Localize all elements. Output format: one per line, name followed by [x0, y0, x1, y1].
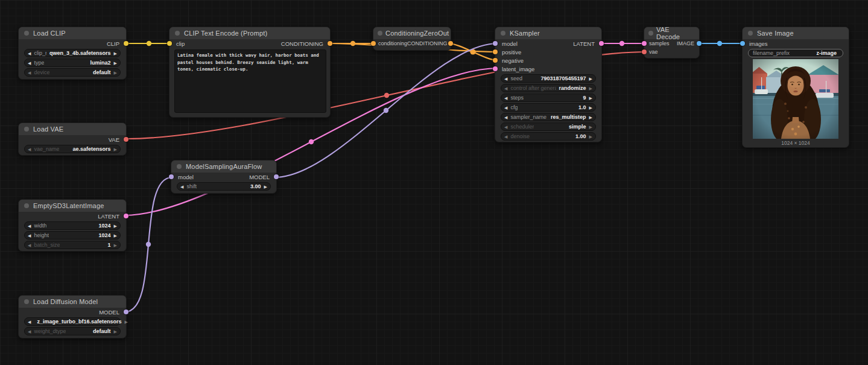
node-load-diffusion-model[interactable]: Load Diffusion Model MODEL ◀ … z_image_t… [18, 295, 127, 338]
node-title-bar[interactable]: Load CLIP [19, 27, 126, 39]
output-port-clip[interactable] [124, 41, 128, 46]
collapse-dot-icon[interactable] [24, 31, 29, 36]
widget-shift[interactable]: ◀ shift 3.00 ▶ [177, 182, 271, 191]
input-port-clip[interactable] [167, 41, 172, 46]
node-title-bar[interactable]: VAE Decode [644, 27, 699, 39]
increment-arrow-icon[interactable]: ▶ [124, 320, 127, 324]
widget-control-after-generate[interactable]: ◀ control after generate randomize ▶ [501, 84, 596, 92]
increment-arrow-icon[interactable]: ▶ [589, 77, 592, 81]
node-conditioning-zero-out[interactable]: ConditioningZeroOut conditioning CONDITI… [373, 27, 451, 51]
input-port-model[interactable] [169, 174, 174, 179]
node-title-bar[interactable]: KSampler [495, 27, 601, 39]
widget-model-name[interactable]: ◀ … z_image_turbo_bf16.safetensors ▶ [24, 317, 121, 326]
output-port-conditioning[interactable] [328, 41, 332, 46]
link-midpoint-dot[interactable] [146, 242, 151, 247]
input-port-negative[interactable] [493, 58, 498, 63]
link-midpoint-dot[interactable] [147, 41, 151, 46]
widget-cfg[interactable]: ◀ cfg 1.0 ▶ [501, 103, 596, 112]
increment-arrow-icon[interactable]: ▶ [114, 71, 117, 75]
output-port-vae[interactable] [124, 137, 128, 142]
increment-arrow-icon[interactable]: ▶ [264, 185, 267, 189]
node-title-bar[interactable]: EmptySD3LatentImage [19, 200, 126, 212]
decrement-arrow-icon[interactable]: ◀ [504, 125, 507, 129]
output-port-model[interactable] [124, 309, 128, 314]
prompt-textarea[interactable]: Latina female with thick wavy hair, harb… [174, 49, 326, 113]
decrement-arrow-icon[interactable]: ◀ [28, 71, 31, 75]
node-save-image[interactable]: Save Image images filename_prefix z-imag… [742, 27, 849, 148]
decrement-arrow-icon[interactable]: ◀ [504, 106, 507, 110]
widget-scheduler[interactable]: ◀ scheduler simple ▶ [501, 122, 596, 131]
decrement-arrow-icon[interactable]: ◀ [28, 329, 31, 334]
widget-vae-name[interactable]: ◀ vae_name ae.safetensors ▶ [24, 145, 121, 153]
increment-arrow-icon[interactable]: ▶ [114, 147, 117, 151]
output-port-conditioning[interactable] [448, 41, 453, 46]
increment-arrow-icon[interactable]: ▶ [589, 115, 592, 119]
node-title-bar[interactable]: Load Diffusion Model [19, 296, 126, 308]
increment-arrow-icon[interactable]: ▶ [114, 329, 117, 334]
collapse-dot-icon[interactable] [748, 31, 753, 36]
increment-arrow-icon[interactable]: ▶ [114, 51, 117, 56]
decrement-arrow-icon[interactable]: ◀ [28, 51, 31, 56]
increment-arrow-icon[interactable]: ▶ [589, 86, 592, 90]
link-midpoint-dot[interactable] [384, 93, 389, 98]
output-port-image[interactable] [697, 41, 702, 46]
node-title-bar[interactable]: Load VAE [19, 123, 126, 135]
collapse-dot-icon[interactable] [24, 127, 29, 132]
decrement-arrow-icon[interactable]: ◀ [504, 86, 507, 90]
increment-arrow-icon[interactable]: ▶ [114, 61, 117, 65]
input-port-positive[interactable] [493, 49, 498, 54]
node-load-clip[interactable]: Load CLIP CLIP ◀ clip_na … qwen_3_4b.saf… [18, 27, 127, 80]
decrement-arrow-icon[interactable]: ◀ [28, 233, 31, 238]
node-graph-canvas[interactable]: Load CLIP CLIP ◀ clip_na … qwen_3_4b.saf… [0, 0, 868, 365]
widget-clip-name[interactable]: ◀ clip_na … qwen_3_4b.safetensors ▶ [24, 49, 121, 57]
output-port-latent[interactable] [124, 214, 128, 218]
collapse-dot-icon[interactable] [175, 31, 180, 36]
widget-sampler-name[interactable]: ◀ sampler_name res_multistep ▶ [501, 113, 596, 121]
input-port-latent-image[interactable] [493, 66, 498, 71]
input-port-conditioning[interactable] [371, 41, 376, 46]
increment-arrow-icon[interactable]: ▶ [114, 233, 117, 238]
widget-type[interactable]: ◀ type lumina2 ▶ [24, 59, 121, 67]
widget-denoise[interactable]: ◀ denoise 1.00 ▶ [501, 132, 596, 141]
link-midpoint-dot[interactable] [384, 108, 388, 113]
node-title-bar[interactable]: CLIP Text Encode (Prompt) [169, 27, 330, 39]
node-title-bar[interactable]: Save Image [743, 27, 849, 39]
decrement-arrow-icon[interactable]: ◀ [28, 243, 31, 247]
widget-width[interactable]: ◀ width 1024 ▶ [24, 221, 121, 230]
increment-arrow-icon[interactable]: ▶ [114, 224, 117, 228]
input-port-images[interactable] [740, 41, 745, 46]
node-model-sampling-auraflow[interactable]: ModelSamplingAuraFlow model MODEL ◀ shif… [171, 160, 277, 194]
collapse-dot-icon[interactable] [501, 31, 505, 36]
decrement-arrow-icon[interactable]: ◀ [28, 320, 31, 324]
widget-filename-prefix[interactable]: filename_prefix z-image [748, 49, 843, 57]
decrement-arrow-icon[interactable]: ◀ [28, 224, 31, 228]
increment-arrow-icon[interactable]: ▶ [589, 96, 592, 100]
decrement-arrow-icon[interactable]: ◀ [28, 61, 31, 65]
decrement-arrow-icon[interactable]: ◀ [504, 115, 507, 119]
link-midpoint-dot[interactable] [309, 139, 314, 144]
node-load-vae[interactable]: Load VAE VAE ◀ vae_name ae.safetensors ▶ [18, 122, 127, 156]
increment-arrow-icon[interactable]: ▶ [589, 106, 592, 110]
input-port-model[interactable] [493, 41, 498, 46]
widget-batch-size[interactable]: ◀ batch_size 1 ▶ [24, 241, 121, 249]
widget-height[interactable]: ◀ height 1024 ▶ [24, 231, 121, 240]
output-port-model[interactable] [274, 174, 279, 179]
node-vae-decode[interactable]: VAE Decode samples IMAGE vae [644, 27, 700, 59]
widget-steps[interactable]: ◀ steps 9 ▶ [501, 94, 596, 102]
decrement-arrow-icon[interactable]: ◀ [504, 96, 507, 100]
node-title-bar[interactable]: ModelSamplingAuraFlow [171, 160, 276, 173]
collapse-dot-icon[interactable] [24, 299, 29, 304]
node-ksampler[interactable]: KSampler model LATENT positive negative … [495, 27, 602, 142]
collapse-dot-icon[interactable] [24, 203, 29, 208]
input-port-samples[interactable] [642, 41, 647, 46]
collapse-dot-icon[interactable] [378, 31, 382, 36]
output-port-latent[interactable] [599, 41, 604, 46]
image-preview[interactable] [753, 59, 838, 139]
collapse-dot-icon[interactable] [648, 31, 653, 36]
widget-seed[interactable]: ◀ seed 790318705455197 ▶ [501, 74, 596, 83]
node-clip-text-encode[interactable]: CLIP Text Encode (Prompt) clip CONDITION… [169, 27, 331, 118]
input-port-vae[interactable] [642, 49, 647, 54]
decrement-arrow-icon[interactable]: ◀ [504, 77, 507, 81]
increment-arrow-icon[interactable]: ▶ [589, 125, 592, 129]
link-midpoint-dot[interactable] [717, 41, 722, 46]
